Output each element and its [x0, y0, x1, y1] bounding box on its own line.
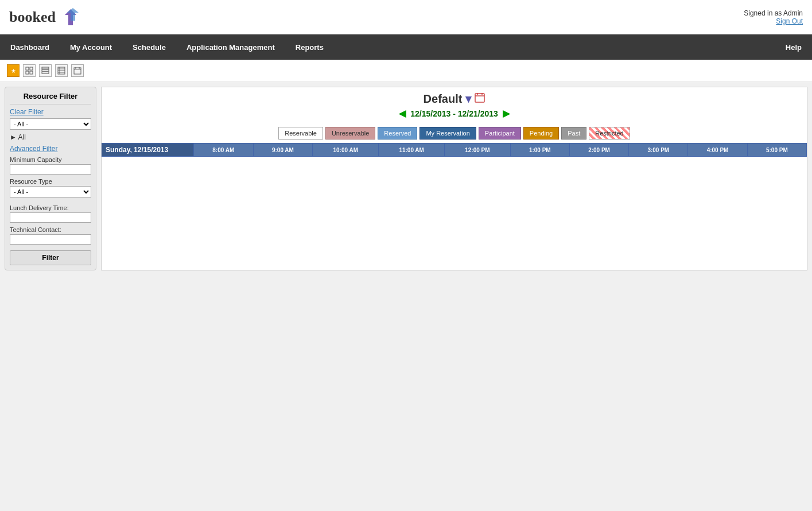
time-header-cell: 4:00 PM — [688, 144, 747, 157]
nav-reports[interactable]: Reports — [285, 34, 334, 60]
sidebar-title: Resource Filter — [10, 92, 91, 104]
advanced-filter-link[interactable]: Advanced Filter — [10, 145, 91, 153]
legend: Reservable Unreservable Reserved My Rese… — [102, 127, 807, 140]
svg-rect-18 — [475, 94, 484, 102]
min-capacity-input[interactable] — [10, 164, 91, 175]
grid-view-icon[interactable] — [39, 64, 52, 77]
legend-unreservable[interactable]: Unreservable — [325, 127, 375, 140]
day-label: Sunday, 12/15/2013 — [102, 144, 194, 157]
nav-help[interactable]: Help — [775, 34, 812, 60]
signed-in-text: Signed in as Admin — [744, 9, 803, 17]
clear-filter-link[interactable]: Clear Filter — [10, 108, 91, 116]
user-info: Signed in as Admin Sign Out — [744, 9, 803, 25]
next-week-button[interactable]: ▶ — [503, 108, 510, 119]
technical-contact-input[interactable] — [10, 234, 91, 245]
filter-button[interactable]: Filter — [10, 250, 91, 265]
sign-out-link[interactable]: Sign Out — [776, 17, 803, 25]
min-capacity-label: Minimum Capacity — [10, 156, 91, 163]
time-header-cell: 1:00 PM — [510, 144, 569, 157]
svg-rect-3 — [30, 67, 33, 70]
nav-app-management[interactable]: Application Management — [176, 34, 285, 60]
resource-type-label: Resource Type — [10, 178, 91, 185]
nav-bar: Dashboard My Account Schedule Applicatio… — [0, 34, 812, 60]
time-header-cell: 11:00 AM — [379, 144, 445, 157]
svg-rect-5 — [30, 71, 33, 74]
legend-pending[interactable]: Pending — [523, 127, 559, 140]
calendar-dropdown-icon[interactable]: ▾ — [465, 92, 471, 106]
svg-rect-2 — [26, 67, 29, 70]
star-view-icon[interactable]: ★ — [7, 64, 20, 77]
day-header-row: Sunday, 12/15/20138:00 AM9:00 AM10:00 AM… — [102, 144, 807, 157]
logo-icon — [60, 7, 81, 28]
legend-my-reservation[interactable]: My Reservation — [419, 127, 476, 140]
time-header-cell: 5:00 PM — [747, 144, 806, 157]
resource-filter-sidebar: Resource Filter Clear Filter - All - ► A… — [5, 87, 96, 270]
calendar-date-nav: ◀ 12/15/2013 - 12/21/2013 ▶ — [102, 108, 807, 119]
legend-reservable[interactable]: Reservable — [278, 127, 323, 140]
calendar-title: Default ▾ — [102, 92, 807, 106]
time-header-cell: 3:00 PM — [629, 144, 688, 157]
svg-rect-6 — [42, 67, 49, 69]
calendar-header: Default ▾ ◀ 12/15/2013 - 12/21/2013 ▶ — [102, 87, 807, 123]
legend-reserved[interactable]: Reserved — [378, 127, 417, 140]
main-content: Resource Filter Clear Filter - All - ► A… — [0, 82, 812, 275]
all-filter-select[interactable]: - All - — [10, 118, 91, 130]
time-header-cell: 10:00 AM — [313, 144, 379, 157]
list-view-icon[interactable] — [23, 64, 36, 77]
nav-schedule[interactable]: Schedule — [122, 34, 176, 60]
time-header-cell: 8:00 AM — [194, 144, 254, 157]
all-toggle[interactable]: ► All — [10, 133, 91, 141]
svg-rect-8 — [42, 72, 49, 73]
schedule-table: Sunday, 12/15/20138:00 AM9:00 AM10:00 AM… — [102, 143, 807, 157]
table-view-icon[interactable] — [55, 64, 68, 77]
svg-rect-4 — [26, 71, 29, 74]
lunch-delivery-input[interactable] — [10, 212, 91, 223]
calendar-title-text: Default — [424, 92, 463, 106]
date-range-text: 12/15/2013 - 12/21/2013 — [410, 109, 498, 118]
legend-restricted[interactable]: Restricted — [589, 127, 630, 140]
legend-past[interactable]: Past — [561, 127, 586, 140]
calendar-area: Default ▾ ◀ 12/15/2013 - 12/21/2013 ▶ Re… — [101, 87, 807, 270]
svg-rect-14 — [74, 68, 81, 74]
nav-dashboard[interactable]: Dashboard — [0, 34, 60, 60]
top-bar: booked Signed in as Admin Sign Out — [0, 0, 812, 34]
logo-text: booked — [9, 9, 56, 26]
calendar-view-icon[interactable] — [71, 64, 84, 77]
technical-contact-label: Technical Contact: — [10, 226, 91, 233]
view-bar: ★ — [0, 60, 812, 82]
legend-participant[interactable]: Participant — [479, 127, 521, 140]
time-header-cell: 2:00 PM — [569, 144, 628, 157]
logo-area: booked — [9, 7, 81, 28]
lunch-delivery-label: Lunch Delivery Time: — [10, 204, 91, 211]
prev-week-button[interactable]: ◀ — [399, 108, 406, 119]
calendar-picker-icon[interactable] — [475, 92, 485, 106]
svg-rect-7 — [42, 69, 49, 71]
time-header-cell: 9:00 AM — [253, 144, 313, 157]
time-header-cell: 12:00 PM — [445, 144, 511, 157]
nav-my-account[interactable]: My Account — [60, 34, 122, 60]
resource-type-select[interactable]: - All - — [10, 186, 91, 198]
